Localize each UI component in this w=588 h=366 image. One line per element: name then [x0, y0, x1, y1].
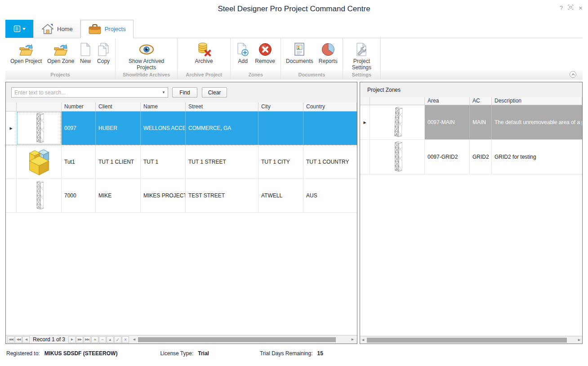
tab-home[interactable]: Home — [34, 20, 80, 38]
project-settings-button[interactable]: Project Settings — [346, 40, 377, 71]
close-icon[interactable]: × — [579, 5, 583, 11]
scrollbar-thumb[interactable] — [138, 337, 336, 342]
scroll-left-icon[interactable]: ◀ — [360, 338, 366, 342]
nav-next-button[interactable]: ▶ — [68, 336, 76, 343]
add-zone-button[interactable]: Add — [233, 40, 252, 64]
clear-button[interactable]: Clear — [202, 87, 227, 98]
table-row-zone-main[interactable]: ▶ 0097-MAIN MAIN The default unremoveabl… — [360, 105, 582, 140]
find-button[interactable]: Find — [172, 87, 197, 98]
cell-description[interactable]: GRID2 for testing — [492, 140, 582, 174]
search-bar: ▼ Find Clear — [6, 82, 357, 103]
cell-city[interactable]: ATWELL — [258, 179, 303, 212]
cell-client[interactable]: MIKE — [96, 179, 141, 212]
cell-country[interactable]: TUT 1 COUNTRY — [303, 145, 357, 179]
cell-number[interactable]: Tut1 — [62, 145, 96, 179]
trial-days-value: 15 — [317, 350, 323, 357]
zones-horizontal-scrollbar[interactable]: ◀ ▶ — [360, 336, 582, 344]
scroll-right-icon[interactable]: ▶ — [350, 338, 356, 341]
nav-append-button[interactable]: + — [91, 336, 98, 343]
nav-edit-button[interactable]: ▲ — [107, 336, 114, 343]
projects-horizontal-scrollbar[interactable]: ◀ ▶ — [131, 336, 356, 343]
tab-home-label: Home — [57, 26, 73, 32]
archive-button[interactable]: Archive — [192, 40, 216, 64]
zone-thumbnail-tower — [370, 140, 425, 174]
column-header-number[interactable]: Number — [62, 103, 96, 111]
table-row-zone-grid2[interactable]: 0097-GRID2 GRID2 GRID2 for testing — [360, 140, 582, 174]
cell-name[interactable]: TUT 1 — [141, 145, 186, 179]
show-archived-projects-button[interactable]: Show Archived Projects — [120, 40, 173, 71]
cell-client[interactable]: TUT 1 CLIENT — [96, 145, 141, 179]
remove-zone-button[interactable]: Remove — [252, 40, 278, 64]
cell-area[interactable]: 0097-GRID2 — [425, 140, 470, 174]
cell-country[interactable]: AUS — [303, 179, 357, 212]
column-header-street[interactable]: Street — [186, 103, 258, 111]
database-delete-icon — [196, 41, 212, 58]
title-bar: Steel Designer Pro Project Command Centr… — [0, 0, 588, 17]
briefcase-icon — [88, 24, 102, 35]
open-zone-button[interactable]: Open Zone — [45, 40, 77, 64]
cell-city[interactable]: TUT 1 CITY — [258, 145, 303, 179]
cell-area[interactable]: 0097-MAIN — [425, 105, 470, 139]
add-document-icon — [236, 41, 249, 58]
table-row-project-7000[interactable]: 7000 MIKE MIKES PROJECT... TEST STREET A… — [6, 179, 357, 213]
column-header-city[interactable]: City — [258, 103, 303, 111]
scroll-left-icon[interactable]: ◀ — [131, 338, 137, 341]
scroll-right-icon[interactable]: ▶ — [576, 338, 582, 342]
ribbon-group-archive-project: Archive Archive Project — [178, 38, 231, 79]
open-project-button[interactable]: Open Project — [8, 40, 45, 64]
cell-number[interactable]: 0097 — [62, 112, 96, 145]
column-header-country[interactable]: Country — [303, 103, 357, 111]
tab-projects[interactable]: Projects — [80, 20, 134, 38]
copy-button[interactable]: Copy — [94, 40, 113, 64]
cell-ac[interactable]: GRID2 — [470, 140, 492, 174]
nav-prev-page-button[interactable]: ◀◀ — [15, 336, 22, 343]
ribbon-group-show-hide-archives: Show Archived Projects Show\Hide Archive… — [116, 38, 178, 79]
cell-ac[interactable]: MAIN — [470, 105, 492, 139]
nav-delete-button[interactable]: − — [99, 336, 106, 343]
cell-number[interactable]: 7000 — [62, 179, 96, 212]
column-header-area[interactable]: Area — [425, 97, 470, 105]
nav-first-button[interactable]: |◀◀ — [7, 336, 14, 343]
search-input[interactable] — [12, 89, 160, 96]
new-button[interactable]: New — [77, 40, 94, 64]
zones-grid-header: Area AC Description — [360, 97, 582, 105]
cell-street[interactable]: TUT 1 STREET — [186, 145, 258, 179]
ribbon-group-documents: Documents Reports Documents — [281, 38, 343, 79]
maximize-icon[interactable] — [568, 4, 574, 11]
scrollbar-thumb[interactable] — [367, 338, 567, 343]
group-label-show-hide-archives: Show\Hide Archives — [116, 71, 177, 79]
cell-description[interactable]: The default unremoveable area of a pr... — [492, 105, 582, 139]
collapse-ribbon-button[interactable] — [570, 71, 576, 78]
cell-city[interactable] — [258, 112, 303, 145]
home-icon — [41, 23, 54, 35]
cell-client[interactable]: HUBER — [96, 112, 141, 145]
column-header-client[interactable]: Client — [96, 103, 141, 111]
copy-icon — [97, 41, 110, 58]
nav-end-edit-button[interactable]: ✓ — [114, 336, 121, 343]
license-type-value: Trial — [198, 350, 209, 357]
cell-name[interactable]: WELLONS ACCE... — [141, 112, 186, 145]
ribbon-group-settings: Project Settings Settings — [343, 38, 381, 79]
cell-street[interactable]: COMMERCE, GA — [186, 112, 258, 145]
tab-projects-label: Projects — [105, 26, 126, 32]
nav-cancel-edit-button[interactable]: × — [122, 336, 129, 343]
app-menu-button[interactable] — [5, 20, 33, 38]
nav-last-button[interactable]: ▶▶| — [84, 336, 91, 343]
nav-next-page-button[interactable]: ▶▶ — [76, 336, 83, 343]
column-header-name[interactable]: Name — [141, 103, 186, 111]
help-icon[interactable]: ? — [560, 5, 563, 11]
table-row-project-tut1[interactable]: Tut1 TUT 1 CLIENT TUT 1 TUT 1 STREET TUT… — [6, 145, 357, 179]
reports-button[interactable]: Reports — [316, 40, 340, 64]
project-thumbnail-blocks — [17, 145, 62, 179]
cell-street[interactable]: TEST STREET — [186, 179, 258, 212]
column-header-ac[interactable]: AC — [470, 97, 492, 105]
table-row-project-0097[interactable]: ▶ 0097 HUBER WELLONS ACCE... COMMERCE, G… — [6, 112, 357, 145]
cell-name[interactable]: MIKES PROJECT... — [141, 179, 186, 212]
ribbon-group-projects: Open Project Open Zone New — [5, 38, 116, 79]
nav-prev-button[interactable]: ◀ — [22, 336, 30, 343]
zone-thumbnail-tower — [370, 105, 425, 139]
combo-dropdown-icon[interactable]: ▼ — [160, 90, 168, 94]
documents-button[interactable]: Documents — [283, 40, 316, 64]
cell-country[interactable] — [303, 112, 357, 145]
column-header-description[interactable]: Description — [492, 97, 582, 105]
